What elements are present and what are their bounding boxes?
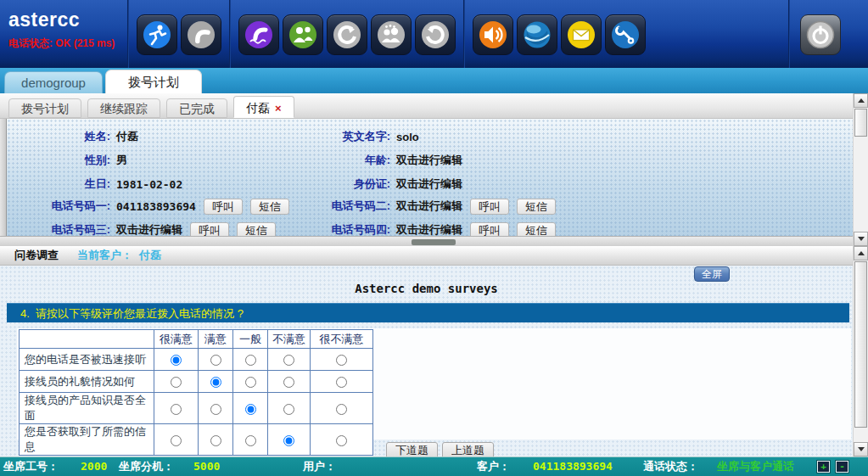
form-row: 姓名:付磊 英文名字:solo (7, 127, 853, 146)
survey-section-bar: 问卷调查 当前客户：付磊 (0, 246, 853, 266)
phone2-field[interactable]: 双击进行编辑 (396, 199, 462, 214)
rating-radio[interactable] (336, 355, 347, 366)
hangup-phone-icon[interactable] (181, 14, 221, 55)
rating-radio[interactable] (210, 435, 221, 446)
survey-col-header: 很不满意 (311, 330, 373, 349)
rating-radio[interactable] (210, 377, 221, 388)
current-customer-label: 当前客户： (77, 249, 132, 261)
agent-status-icon[interactable] (137, 14, 177, 55)
collapsed-panel-strip[interactable] (0, 119, 7, 236)
transfer-forward-icon[interactable] (415, 14, 456, 55)
user-label: 用户： (303, 457, 336, 476)
app-logo: astercc (8, 8, 127, 31)
survey-col-header (20, 330, 154, 349)
fullscreen-button[interactable]: 全屏 (694, 266, 730, 282)
call-button[interactable]: 呼叫 (470, 199, 509, 215)
status-bar: 坐席工号： 2000 坐席分机： 5000 用户： 客户： 0411838936… (0, 456, 868, 476)
dial-phone-icon[interactable] (238, 14, 279, 55)
power-icon[interactable] (800, 14, 841, 55)
rating-radio[interactable] (336, 435, 347, 446)
close-icon[interactable]: × (275, 102, 282, 115)
header: astercc 电话状态: OK (215 ms) (0, 0, 868, 68)
rating-radio[interactable] (171, 435, 182, 446)
splitter-handle[interactable] (412, 239, 456, 245)
field-label: 英文名字: (248, 129, 390, 144)
current-customer: 当前客户：付磊 (77, 248, 161, 263)
form-row: 性别:男 年龄:双击进行编辑 (7, 151, 853, 170)
english-name-field[interactable]: solo (396, 131, 419, 143)
rating-radio[interactable] (171, 377, 182, 388)
birthday-field[interactable]: 1981-02-02 (116, 178, 182, 191)
phone1-field[interactable]: 041183893694 (116, 200, 196, 213)
scrollbar-thumb[interactable] (854, 261, 867, 428)
maximize-icon[interactable]: + (817, 461, 830, 473)
field-label: 生日: (7, 176, 110, 192)
survey-col-header: 一般 (233, 330, 268, 349)
toolbar-group-actions (231, 0, 463, 55)
toolbar-group-call (129, 0, 229, 55)
panel-splitter (0, 236, 853, 246)
toolbar-group-tools (465, 0, 653, 55)
customer-icon[interactable] (283, 14, 323, 55)
rating-radio[interactable] (245, 355, 256, 366)
survey-header-row: 很满意 满意 一般 不满意 很不满意 (20, 330, 373, 349)
survey-content: 全屏 Astercc demo surveys 4. 请按以下等级评价您最近拨入… (0, 266, 853, 456)
customer-value: 041183893694 (533, 457, 613, 476)
rating-radio[interactable] (336, 404, 347, 415)
form-scrollbar (853, 93, 868, 246)
subtab-customer[interactable]: 付磊× (233, 96, 294, 118)
survey-col-header: 很满意 (154, 330, 199, 349)
rating-radio[interactable] (283, 404, 294, 415)
field-label: 年龄: (248, 153, 390, 168)
voice-broadcast-icon[interactable] (473, 14, 513, 55)
conference-icon[interactable] (371, 14, 412, 55)
rating-radio[interactable] (283, 377, 294, 388)
rating-radio[interactable] (245, 404, 256, 415)
sms-button[interactable]: 短信 (517, 199, 556, 215)
survey-col-header: 满意 (199, 330, 233, 349)
tab-demogroup[interactable]: demogroup (4, 71, 103, 93)
rating-radio[interactable] (171, 355, 182, 366)
tab-dial-plan[interactable]: 拨号计划 (105, 70, 202, 93)
subtab-follow-up[interactable]: 继续跟踪 (87, 98, 160, 118)
rating-radio[interactable] (283, 355, 294, 366)
survey-section-title: 问卷调查 (14, 248, 59, 263)
id-card-field[interactable]: 双击进行编辑 (396, 176, 462, 192)
gender-field[interactable]: 男 (116, 153, 127, 168)
call-button[interactable]: 呼叫 (204, 199, 243, 215)
subtab-customer-label: 付磊 (246, 101, 270, 115)
rating-radio[interactable] (336, 377, 347, 388)
rating-radio[interactable] (245, 377, 256, 388)
call-state-label: 通话状态： (643, 457, 698, 476)
minimize-icon[interactable]: - (836, 461, 848, 473)
email-icon[interactable] (561, 14, 602, 55)
customer-label: 客户： (477, 457, 510, 476)
tools-icon[interactable] (605, 14, 646, 55)
rating-radio[interactable] (245, 435, 256, 446)
survey-row: 您的电话是否被迅速接听 (20, 349, 373, 371)
scroll-up-icon[interactable] (854, 246, 868, 260)
field-label: 姓名: (7, 129, 110, 144)
scroll-up-icon[interactable] (854, 93, 868, 108)
survey-col-header: 不满意 (268, 330, 311, 349)
subtab-dial-plan[interactable]: 拨号计划 (8, 98, 81, 118)
scroll-down-icon[interactable] (854, 232, 868, 246)
rating-radio[interactable] (283, 435, 294, 446)
rating-radio[interactable] (210, 404, 221, 415)
current-customer-value: 付磊 (139, 249, 161, 261)
age-field[interactable]: 双击进行编辑 (396, 153, 462, 168)
rating-radio[interactable] (210, 355, 221, 366)
web-icon[interactable] (517, 14, 557, 55)
survey-row: 接线员的产品知识是否全面 (20, 393, 373, 424)
subtab-completed[interactable]: 已完成 (166, 98, 227, 118)
name-field[interactable]: 付磊 (116, 129, 138, 144)
rating-radio[interactable] (171, 404, 182, 415)
scrollbar-thumb[interactable] (854, 109, 867, 137)
survey-row-label: 您是否获取到了所需的信息 (20, 424, 154, 456)
extension-label: 坐席分机： (119, 457, 174, 476)
phone-status-text: 电话状态: OK (215 ms) (8, 36, 127, 51)
form-row: 电话号码一:041183893694呼叫短信 电话号码二:双击进行编辑呼叫短信 (7, 197, 853, 216)
astercc-window: astercc 电话状态: OK (215 ms) (0, 0, 868, 476)
transfer-back-icon[interactable] (327, 14, 367, 55)
scroll-down-icon[interactable] (854, 442, 868, 456)
